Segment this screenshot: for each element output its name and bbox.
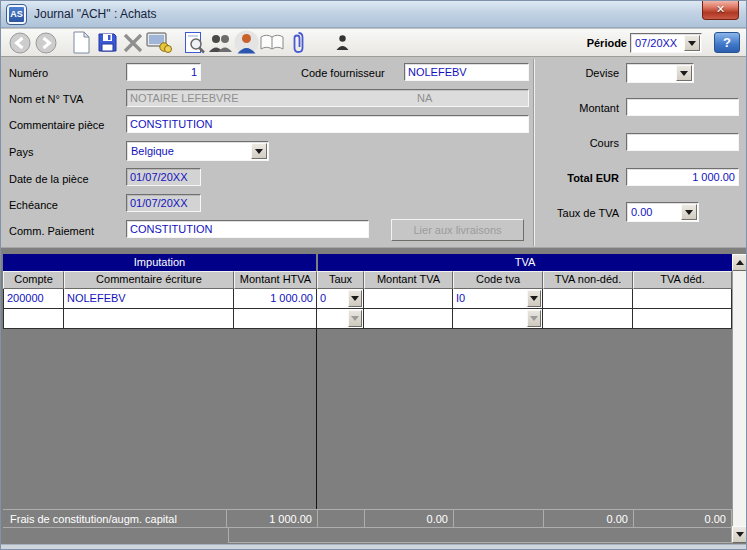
lier-aux-livraisons-button[interactable]: Lier aux livraisons: [391, 219, 524, 241]
nom-tva-label: Nom et N° TVA: [9, 93, 83, 105]
row2-montant-tva-cell[interactable]: [364, 309, 453, 329]
date-piece-field[interactable]: 01/07/20XX: [126, 168, 201, 186]
row1-code-tva-cell[interactable]: I0: [453, 289, 543, 309]
book-icon[interactable]: [259, 30, 285, 56]
chevron-down-icon: [680, 71, 688, 80]
row2-code-tva-dropdown-button: [527, 310, 541, 327]
total-montant-htva: 1 000.00: [226, 510, 317, 527]
row2-taux-dropdown-button: [348, 310, 362, 327]
periode-combobox[interactable]: 07/20XX: [630, 33, 702, 53]
active-user-icon[interactable]: [233, 30, 259, 56]
pays-value: Belgique: [131, 145, 174, 157]
row1-taux-value: 0: [320, 292, 326, 304]
row2-code-tva-cell[interactable]: [453, 309, 543, 329]
delete-icon[interactable]: [120, 30, 146, 56]
totals-label: Frais de constitution/augm. capital: [10, 513, 177, 525]
group-header-tva: TVA: [318, 254, 732, 271]
column-header-code-tva: Code tva: [453, 271, 543, 289]
new-document-icon[interactable]: [68, 30, 94, 56]
row1-compte-cell[interactable]: 200000: [3, 289, 64, 309]
row1-taux-cell[interactable]: 0: [317, 289, 364, 309]
devise-label: Devise: [539, 67, 619, 79]
total-taux: [317, 510, 364, 527]
grid-bottom-strip: [228, 528, 732, 543]
pays-dropdown-button[interactable]: [251, 143, 267, 159]
code-fournisseur-label: Code fournisseur: [301, 67, 385, 79]
periode-value: 07/20XX: [635, 37, 677, 49]
scroll-down-button[interactable]: [732, 526, 747, 543]
grid-group-divider-line: [316, 329, 317, 509]
chevron-down-icon: [685, 210, 693, 219]
window-bottom-border: [1, 544, 747, 550]
payment-screen-icon[interactable]: [146, 30, 172, 56]
back-icon[interactable]: [7, 30, 33, 56]
paperclip-icon[interactable]: [285, 30, 311, 56]
nom-tva-suffix: NA: [417, 91, 432, 106]
periode-label: Période: [587, 37, 627, 49]
close-button[interactable]: ✕: [702, 1, 739, 20]
cours-label: Cours: [539, 137, 619, 149]
row1-commentaire-cell[interactable]: NOLEFEBV: [64, 289, 234, 309]
column-header-tva-non-ded: TVA non-déd.: [543, 271, 633, 289]
cours-field[interactable]: [626, 133, 739, 151]
column-header-tva-ded: TVA déd.: [633, 271, 732, 289]
numero-field[interactable]: 1: [126, 63, 201, 81]
users-group-icon[interactable]: [207, 30, 233, 56]
vertical-scrollbar[interactable]: [732, 271, 747, 526]
nom-tva-field: NOTAIRE LEFEBVRE NA: [126, 89, 529, 107]
echeance-label: Echéance: [9, 199, 58, 211]
row1-tva-ded-cell[interactable]: [633, 289, 732, 309]
comm-paiement-label: Comm. Paiement: [9, 225, 94, 237]
column-header-commentaire-ecriture: Commentaire écriture: [64, 271, 234, 289]
chevron-down-icon: [255, 149, 263, 158]
numero-label: Numéro: [9, 67, 48, 79]
commentaire-piece-field[interactable]: CONSTITUTION: [126, 115, 529, 133]
row2-compte-cell[interactable]: [3, 309, 64, 329]
chevron-down-icon: [530, 296, 538, 305]
total-eur-label: Total EUR: [539, 172, 619, 184]
entries-grid: Imputation TVA Compte Commentaire écritu…: [1, 247, 747, 544]
date-piece-label: Date de la pièce: [9, 173, 89, 185]
row2-montant-htva-cell[interactable]: [234, 309, 317, 329]
taux-tva-dropdown-button[interactable]: [681, 204, 697, 220]
row2-commentaire-cell[interactable]: [64, 309, 234, 329]
column-header-compte: Compte: [3, 271, 64, 289]
window-title: Journal "ACH" : Achats: [34, 7, 157, 21]
forward-icon[interactable]: [33, 30, 59, 56]
total-eur-field: 1 000.00: [626, 168, 739, 186]
row1-code-tva-dropdown-button[interactable]: [527, 290, 541, 307]
column-header-montant-tva: Montant TVA: [364, 271, 453, 289]
app-icon: AS: [7, 5, 26, 24]
montant-label: Montant: [539, 102, 619, 114]
taux-tva-combobox[interactable]: 0.00: [626, 202, 699, 222]
app-window: AS Journal "ACH" : Achats ✕: [0, 0, 747, 550]
group-header-imputation: Imputation: [3, 254, 316, 271]
comm-paiement-field[interactable]: CONSTITUTION: [126, 220, 369, 238]
periode-dropdown-button[interactable]: [684, 35, 700, 51]
montant-field[interactable]: [626, 98, 739, 116]
echeance-field[interactable]: 01/07/20XX: [126, 194, 201, 212]
chevron-down-icon: [351, 316, 359, 325]
save-icon[interactable]: [94, 30, 120, 56]
pays-label: Pays: [9, 146, 33, 158]
row2-tva-ded-cell[interactable]: [633, 309, 732, 329]
scroll-up-button[interactable]: [732, 254, 747, 271]
chevron-down-icon: [736, 532, 744, 541]
row1-montant-htva-cell[interactable]: 1 000.00: [234, 289, 317, 309]
nom-tva-value: NOTAIRE LEFEBVRE: [130, 92, 239, 104]
row2-tva-non-ded-cell[interactable]: [543, 309, 633, 329]
row1-montant-tva-cell[interactable]: [364, 289, 453, 309]
help-button[interactable]: ?: [714, 32, 740, 53]
totals-row: Frais de constitution/augm. capital 1 00…: [3, 509, 732, 528]
row1-tva-non-ded-cell[interactable]: [543, 289, 633, 309]
row2-taux-cell[interactable]: [317, 309, 364, 329]
row1-taux-dropdown-button[interactable]: [348, 290, 362, 307]
devise-combobox[interactable]: [626, 63, 694, 83]
small-user-icon[interactable]: [329, 30, 355, 56]
code-fournisseur-field[interactable]: NOLEFEBV: [404, 63, 529, 81]
toolbar: Période 07/20XX ?: [1, 29, 746, 57]
devise-dropdown-button[interactable]: [676, 65, 692, 81]
pays-combobox[interactable]: Belgique: [126, 141, 269, 161]
print-preview-icon[interactable]: [181, 30, 207, 56]
total-tva-non-ded: 0.00: [543, 510, 633, 527]
